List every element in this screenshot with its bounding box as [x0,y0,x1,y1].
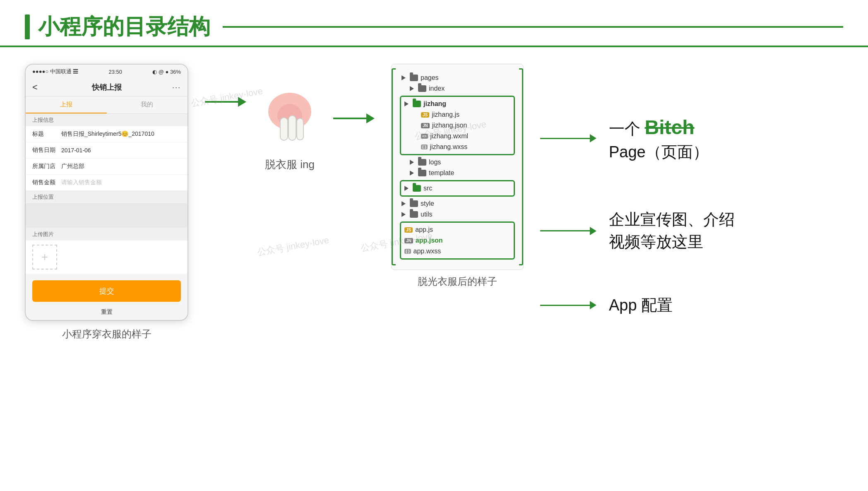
triangle-icon [410,160,414,165]
character-image [263,89,317,151]
annotation-arrow-3 [540,301,596,309]
phone-nav: < 快销上报 ··· [26,79,188,96]
page-title: 小程序的目录结构 [38,12,210,41]
annotation-line [540,138,590,139]
time: 23:50 [109,69,123,75]
value-store: 广州总部 [61,163,181,170]
annotation-text-src: 企业宣传图、介绍 视频等放这里 [609,209,735,253]
tree-jizhang-json: JN jizhang.json [404,120,510,131]
arrow-line2 [333,118,366,119]
tree-jizhang: jizhang [404,99,510,109]
item-label: jizhang.wxss [430,143,468,151]
folder-icon-green [413,101,421,107]
tree-jizhang-wxml: <> jizhang.wxml [404,131,510,142]
triangle-icon [410,171,414,176]
folder-icon [410,75,418,81]
section-upload: 上传图片 [26,228,188,241]
svg-rect-3 [289,116,296,140]
tree-pages: pages [402,72,513,83]
wxss-badge: { } [421,144,428,149]
tree-utils: utils [402,209,513,220]
folder-icon [410,200,418,207]
annotation-src: 企业宣传图、介绍 视频等放这里 [540,209,843,253]
tree-logs: logs [402,157,513,168]
arrow-phone-to-char [205,97,246,107]
item-label: jizhang [423,100,446,108]
tree-app-js: JS app.js [404,224,510,235]
nav-title: 快销上报 [92,82,122,92]
value-date: 2017-01-06 [61,147,181,154]
folder-icon [418,159,426,166]
label-store: 所属门店 [32,163,61,170]
battery: ◐ @ ● 36% [152,69,181,75]
tree-style: style [402,198,513,209]
src-highlight-box: src [400,180,515,197]
label-title: 标题 [32,130,61,138]
tree-right-bracket [519,68,523,265]
tab-mine[interactable]: 我的 [107,96,188,113]
folder-icon [410,211,418,218]
more-button[interactable]: ··· [172,83,181,92]
row-amount: 销售金额 请输入销售金额 [26,175,188,191]
row-store: 所属门店 广州总部 [26,159,188,175]
tree-left-bracket [392,68,396,265]
character-section: 脱衣服 ing [263,89,317,172]
tree-index: index [402,83,513,94]
back-button[interactable]: < [32,82,38,93]
item-label: style [421,200,434,207]
character-label: 脱衣服 ing [265,157,315,172]
arrow-char-to-tree [333,113,375,123]
main-content: ●●●●○ 中国联通 ☰ 23:50 ◐ @ ● 36% < 快销上报 ··· … [0,55,868,349]
annotation-app: App 配置 [540,294,843,316]
reset-button[interactable]: 重置 [26,308,188,320]
annotation-arrow-2 [540,227,596,235]
js-badge: JS [404,227,413,233]
wxss-badge: { } [404,249,411,254]
placeholder-amount[interactable]: 请输入销售金额 [61,179,181,186]
filetree-section: pages index jizhang JS jizhang.js [391,64,524,288]
section-info: 上报信息 [26,114,188,126]
arrow-head2 [366,113,375,123]
upload-area: + [26,241,188,274]
location-map [26,203,188,228]
triangle-icon [402,201,406,206]
item-label: app.json [416,237,443,244]
app-highlight-box: JS app.js JN app.json { } app.wxss [400,221,515,260]
phone-mockup: ●●●●○ 中国联通 ☰ 23:50 ◐ @ ● 36% < 快销上报 ··· … [25,64,188,321]
triangle-icon [402,212,406,217]
annotation-arrowhead [590,301,596,309]
item-label: jizhang.js [432,111,459,118]
label-amount: 销售金额 [32,179,61,186]
filetree-label: 脱光衣服后的样子 [418,275,497,288]
upload-button[interactable]: + [32,245,57,270]
submit-button[interactable]: 提交 [32,280,181,302]
json-badge: JN [421,123,430,128]
annotation-text-page: 一个 Bitch Page（页面） [609,113,709,163]
annotation-arrowhead [590,134,596,142]
item-label: app.js [415,226,433,233]
header-line [223,26,843,28]
annotation-line [540,305,590,306]
tab-upload[interactable]: 上报 [26,96,107,113]
item-label: jizhang.wxml [430,132,469,140]
page-header: 小程序的目录结构 [0,0,868,47]
section-location: 上报位置 [26,191,188,203]
item-label: src [423,185,432,192]
annotation-line [540,230,590,231]
item-label: logs [429,159,441,166]
jizhang-highlight-box: jizhang JS jizhang.js JN jizhang.json <>… [400,96,515,155]
carrier: ●●●●○ 中国联通 ☰ [32,68,78,75]
wxml-badge: <> [421,134,428,139]
tree-app-wxss: { } app.wxss [404,246,510,257]
phone-section: ●●●●○ 中国联通 ☰ 23:50 ◐ @ ● 36% < 快销上报 ··· … [25,64,188,341]
phone-status-bar: ●●●●○ 中国联通 ☰ 23:50 ◐ @ ● 36% [26,65,188,79]
tree-app-json: JN app.json [404,235,510,246]
triangle-icon [404,101,409,106]
item-label: index [429,85,445,92]
annotations: 一个 Bitch Page（页面） 企业宣传图、介绍 视频等放这里 App 配置 [540,80,843,316]
annotation-arrowhead [590,227,596,235]
label-date: 销售日期 [32,147,61,154]
annotation-text-app: App 配置 [609,294,673,316]
arrow-line [205,101,238,103]
tree-jizhang-js: JS jizhang.js [404,109,510,120]
